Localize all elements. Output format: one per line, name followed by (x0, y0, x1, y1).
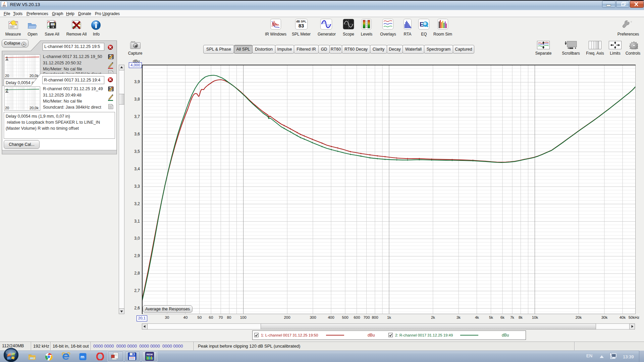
svg-text:20,0k: 20,0k (30, 106, 39, 110)
svg-text:2: 2 (6, 88, 8, 93)
svg-text:83: 83 (299, 23, 304, 28)
svg-text:REW: REW (147, 353, 153, 356)
svg-text:m: m (80, 354, 85, 359)
svg-text:20: 20 (5, 106, 9, 110)
svg-text:1: 1 (6, 56, 8, 61)
